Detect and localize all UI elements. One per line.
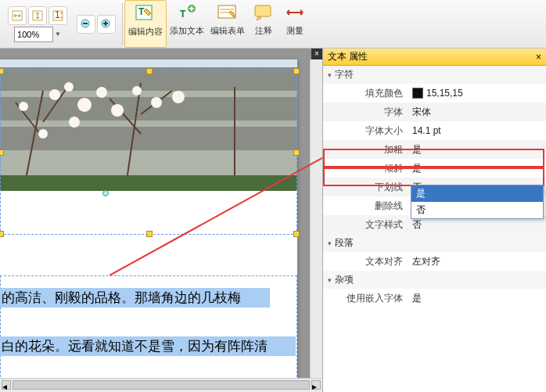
properties-panel: 文本 属性 × 字符 填充颜色15,15,15 字体宋体 字体大小14.1 pt… [322,49,546,392]
color-swatch [412,88,423,99]
measure-button[interactable]: 测量 [279,0,311,48]
add-text-icon: T [174,2,199,23]
actual-size-button[interactable]: 1:1 [48,6,67,25]
italic-dropdown[interactable]: 是 否 [411,185,544,219]
fit-width-button[interactable] [8,6,27,25]
vertical-scrollbar[interactable] [310,59,322,378]
font-size-value[interactable]: 14.1 pt [409,125,546,136]
svg-text:T: T [180,9,186,20]
edit-content-button[interactable]: T 编辑内容 [124,0,167,48]
properties-panel-title: 文本 属性 × [323,49,546,66]
section-para[interactable]: 段落 [323,234,546,252]
toolbar: 1:1 ▼ T 编辑内容 T 添加文本 编辑表单 注释 测量 [0,0,546,49]
edit-form-icon [215,2,240,23]
align-value[interactable]: 左对齐 [409,255,546,268]
zoom-out-button[interactable] [77,15,95,34]
zoom-input[interactable] [14,27,53,42]
fill-color-value[interactable]: 15,15,15 [409,88,546,99]
document-area[interactable]: × 的高洁、刚毅的品格。那墙角边的几枝梅 白的花朵。远看就知道不是雪，因为有阵阵… [0,49,322,392]
annotate-button[interactable]: 注释 [248,0,279,48]
edit-form-button[interactable]: 编辑表单 [207,0,248,48]
add-text-button[interactable]: T 添加文本 [167,0,207,48]
annotate-icon [251,2,276,23]
svg-rect-18 [255,5,271,16]
close-icon[interactable]: × [311,49,322,59]
dropdown-opt-no[interactable]: 否 [411,202,543,218]
selection-box[interactable] [0,70,297,235]
zoom-in-button[interactable] [97,15,116,34]
svg-text:1:1: 1:1 [55,10,63,20]
measure-icon [282,2,307,23]
horizontal-scrollbar[interactable]: ◂▸ [0,378,322,392]
svg-text:T: T [138,6,145,17]
edit-content-icon: T [133,2,158,24]
panel-close-icon[interactable]: × [536,52,541,63]
selected-text-1[interactable]: 的高洁、刚毅的品格。那墙角边的几枝梅 [0,288,270,307]
bold-value[interactable]: 是 [409,143,546,156]
selected-text-2[interactable]: 白的花朵。远看就知道不是雪，因为有阵阵清 [0,336,296,356]
italic-value[interactable]: 是 [409,162,546,175]
section-char[interactable]: 字符 [323,66,546,84]
fit-height-button[interactable] [28,6,47,25]
embed-font-value[interactable]: 是 [409,292,546,305]
font-value[interactable]: 宋体 [409,106,546,119]
section-misc[interactable]: 杂项 [323,271,546,289]
svg-rect-20 [0,59,297,67]
dropdown-opt-yes[interactable]: 是 [411,185,543,202]
text-style-value[interactable]: 否 [409,218,546,232]
